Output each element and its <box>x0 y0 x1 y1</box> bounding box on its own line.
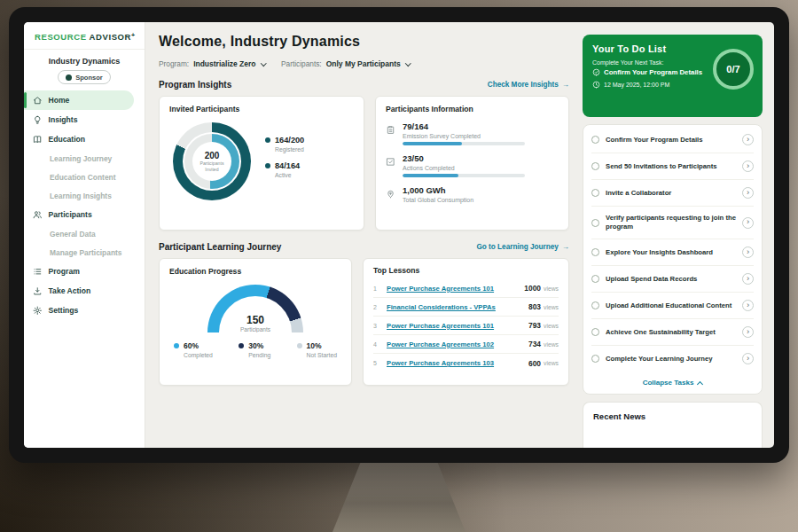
section-title: Participant Learning Journey <box>159 242 281 252</box>
legend-item-pending: 30% Pending <box>239 341 270 358</box>
list-icon <box>33 267 43 277</box>
lesson-link[interactable]: Power Purchase Agreements 101 <box>387 285 524 293</box>
participants-label: Participants: <box>281 59 322 68</box>
emission-progress-bar <box>403 142 525 145</box>
sidebar-item-general-data[interactable]: General Data <box>24 224 145 243</box>
logo-plus: + <box>131 32 136 38</box>
lesson-views-label: views <box>544 360 559 366</box>
todo-progress-ring: 0/7 <box>713 49 754 90</box>
check-more-insights-link[interactable]: Check More Insights → <box>488 81 569 89</box>
task-row-verify-participants[interactable]: Verify participants requesting to join t… <box>591 207 754 239</box>
legend-value: 10% <box>307 341 322 350</box>
link-label: Go to Learning Journey <box>476 243 558 251</box>
stat-global-consumption: 1,000 GWh Total Global Consumption <box>386 185 559 206</box>
lesson-views-label: views <box>544 286 559 292</box>
section-title: Program Insights <box>159 80 231 90</box>
chevron-right-icon[interactable]: › <box>742 246 754 258</box>
gear-icon <box>33 306 43 316</box>
chevron-right-icon[interactable]: › <box>742 134 754 145</box>
chevron-right-icon[interactable]: › <box>742 217 754 229</box>
task-label: Explore Your Insights Dashboard <box>606 248 736 257</box>
lesson-views-label: views <box>544 304 559 310</box>
chevron-right-icon[interactable]: › <box>742 160 754 172</box>
sidebar-item-settings[interactable]: Settings <box>24 301 145 320</box>
sidebar-item-learning-journey[interactable]: Learning Journey <box>24 149 145 168</box>
checkbox-circle-icon[interactable] <box>591 301 599 309</box>
sidebar-subitem-label: Learning Insights <box>50 192 112 200</box>
chevron-right-icon[interactable]: › <box>742 187 754 199</box>
sidebar-item-manage-participants[interactable]: Manage Participants <box>24 243 145 262</box>
lesson-row: 3 Power Purchase Agreements 101 793 view… <box>373 317 559 335</box>
sidebar-item-education[interactable]: Education <box>24 129 145 149</box>
sidebar-item-label: Take Action <box>49 286 91 295</box>
task-row-complete-learning-journey[interactable]: Complete Your Learning Journey › <box>591 346 754 372</box>
chevron-right-icon[interactable]: › <box>742 353 754 364</box>
checkbox-circle-icon[interactable] <box>591 328 599 336</box>
task-label: Confirm Your Program Details <box>606 136 736 145</box>
clock-icon <box>592 81 600 89</box>
lesson-views-label: views <box>544 341 559 348</box>
task-row-explore-insights[interactable]: Explore Your Insights Dashboard › <box>591 239 754 266</box>
donut-center-value: 200 <box>205 151 220 160</box>
legend-value: 30% <box>248 341 263 350</box>
sidebar-item-label: Home <box>49 96 70 105</box>
task-row-upload-spend-data[interactable]: Upload Spend Data Records › <box>591 266 754 293</box>
task-row-invite-collaborator[interactable]: Invite a Collaborator › <box>591 180 754 207</box>
checkbox-circle-icon[interactable] <box>591 189 599 197</box>
checkbox-circle-icon[interactable] <box>591 162 599 170</box>
sidebar-item-learning-insights[interactable]: Learning Insights <box>24 186 145 205</box>
page-title: Welcome, Industry Dynamics <box>159 34 569 50</box>
sidebar-subitem-label: Learning Journey <box>50 154 112 163</box>
sidebar-item-education-content[interactable]: Education Content <box>24 168 145 186</box>
task-label: Upload Additional Educational Content <box>606 301 736 310</box>
participants-dropdown[interactable]: Participants: Only My Participants <box>281 59 410 68</box>
go-to-learning-journey-link[interactable]: Go to Learning Journey → <box>476 243 569 251</box>
program-dropdown[interactable]: Program: Industrialize Zero <box>159 59 265 68</box>
chevron-right-icon[interactable]: › <box>742 300 754 311</box>
task-row-confirm-program[interactable]: Confirm Your Program Details › <box>591 127 754 153</box>
lesson-rank: 1 <box>373 286 381 292</box>
chevron-right-icon[interactable]: › <box>742 326 754 338</box>
lesson-row: 5 Power Purchase Agreements 103 600 view… <box>373 354 559 372</box>
sidebar-item-home[interactable]: Home <box>24 90 134 110</box>
learning-cards-row: Education Progress 150 Participants 60% … <box>159 258 569 386</box>
lesson-link[interactable]: Power Purchase Agreements 101 <box>387 322 528 330</box>
sidebar-item-insights[interactable]: Insights <box>24 110 145 129</box>
sidebar-item-label: Settings <box>49 306 79 315</box>
sponsor-badge-icon <box>66 74 72 81</box>
task-row-upload-educational-content[interactable]: Upload Additional Educational Content › <box>591 293 754 319</box>
checkbox-circle-icon[interactable] <box>591 275 599 283</box>
chevron-right-icon[interactable]: › <box>742 273 754 285</box>
lesson-link[interactable]: Financial Considerations - VPPAs <box>387 303 528 311</box>
arrow-right-icon: → <box>562 81 569 89</box>
task-label: Upload Spend Data Records <box>606 275 736 284</box>
lesson-link[interactable]: Power Purchase Agreements 102 <box>387 340 528 348</box>
sidebar-item-label: Participants <box>49 210 92 219</box>
task-row-send-invitations[interactable]: Send 50 Invitations to Participants › <box>591 153 754 180</box>
legend-item-not-started: 10% Not Started <box>297 341 337 358</box>
sidebar-item-take-action[interactable]: Take Action <box>24 281 145 301</box>
people-icon <box>33 210 43 220</box>
lesson-views: 803 <box>528 302 541 311</box>
sidebar-item-participants[interactable]: Participants <box>24 205 145 224</box>
main-content: Welcome, Industry Dynamics Program: Indu… <box>145 22 581 448</box>
checkbox-circle-icon[interactable] <box>591 219 599 227</box>
lesson-rank: 3 <box>373 323 381 329</box>
legend-dot <box>297 343 302 348</box>
checkbox-circle-icon[interactable] <box>591 248 599 256</box>
lesson-link[interactable]: Power Purchase Agreements 103 <box>387 359 528 367</box>
checkbox-circle-icon[interactable] <box>591 136 599 144</box>
collapse-tasks-link[interactable]: Collapse Tasks <box>591 372 754 390</box>
legend-dot <box>239 343 244 348</box>
download-icon <box>33 286 43 296</box>
lesson-views-label: views <box>544 323 559 329</box>
invited-participants-card: Invited Participants 200 Participants In… <box>159 96 364 231</box>
sponsor-badge[interactable]: Sponsor <box>58 70 111 84</box>
legend-label: Active <box>275 172 304 178</box>
legend-item-active: 84/164 Active <box>265 161 304 178</box>
legend-dot <box>265 137 270 143</box>
gauge-center-label: Participants <box>207 326 303 332</box>
sidebar-item-program[interactable]: Program <box>24 262 145 281</box>
checkbox-circle-icon[interactable] <box>591 355 599 363</box>
task-row-achieve-sustainability-target[interactable]: Achieve One Sustainability Target › <box>591 319 754 346</box>
